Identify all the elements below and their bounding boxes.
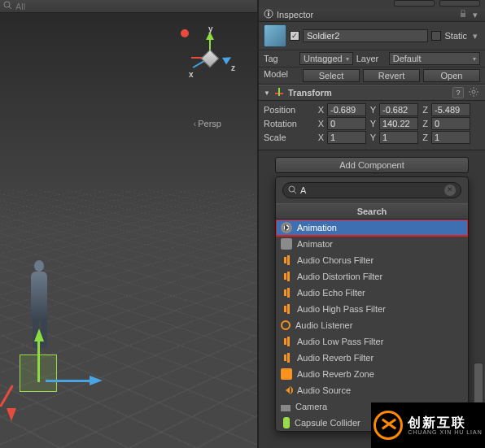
tag-dropdown[interactable]: Untagged▾ (299, 52, 353, 65)
component-result-label: Capsule Collider (295, 418, 360, 428)
component-result-label: Audio Reverb Filter (297, 353, 374, 363)
audio-icon (281, 336, 292, 347)
gizmo-y-label: y (208, 24, 213, 33)
panel-menu-icon[interactable]: ▾ (470, 10, 480, 20)
transform-title: Transform (288, 88, 449, 98)
watermark-logo-icon (374, 411, 403, 440)
layer-dropdown[interactable]: Default▾ (389, 52, 480, 65)
info-icon (264, 9, 273, 20)
svg-point-15 (289, 186, 295, 192)
popup-scrollbar[interactable] (474, 362, 483, 402)
component-result[interactable]: Audio Low Pass Filter (276, 333, 468, 350)
svg-point-0 (4, 2, 10, 7)
component-results-list[interactable]: AnimationAnimatorAudio Chorus FilterAudi… (276, 220, 468, 431)
component-result[interactable]: Animator (276, 236, 468, 252)
vec-label: Position (264, 105, 314, 115)
component-result-label: Animator (297, 239, 333, 249)
popup-header: Search (276, 203, 468, 220)
vec-z-field[interactable] (431, 117, 470, 130)
audio-icon (281, 254, 292, 266)
vec-y-field[interactable] (379, 103, 418, 116)
gizmo-cube-icon[interactable] (201, 50, 220, 68)
svg-line-16 (294, 191, 296, 194)
model-label: Model (264, 69, 299, 82)
svg-line-13 (470, 94, 471, 95)
svg-point-6 (472, 90, 475, 94)
component-result-label: Audio Source (297, 385, 351, 395)
move-z-handle[interactable] (90, 376, 107, 385)
static-label: Static (444, 31, 467, 41)
hierarchy-search-input[interactable] (15, 2, 254, 11)
component-result[interactable]: Audio High Pass Filter (276, 301, 468, 317)
vec-x-field[interactable] (327, 103, 366, 116)
inspector-tab[interactable]: Inspector ▾ (259, 8, 485, 22)
projection-label[interactable]: Persp (194, 119, 221, 128)
vec-y-field[interactable] (379, 117, 418, 130)
viewport[interactable]: y x z Persp (0, 13, 257, 448)
component-result[interactable]: Audio Source (276, 382, 468, 398)
component-result[interactable]: Audio Reverb Zone (276, 366, 468, 382)
vec-y-field[interactable] (379, 131, 418, 144)
watermark-en: CHUANG XIN HU LIAN (408, 429, 483, 435)
object-name-field[interactable] (303, 29, 428, 42)
transform-icon (273, 87, 285, 98)
scene-view[interactable]: y x z Persp (0, 0, 257, 448)
vec-label: Scale (264, 133, 314, 142)
model-revert-button[interactable]: Revert (363, 69, 420, 82)
editor-topbar (259, 0, 485, 8)
component-result-label: Audio High Pass Filter (297, 304, 386, 314)
vec-z-field[interactable] (431, 131, 470, 144)
lock-icon[interactable] (459, 10, 467, 20)
add-component-button[interactable]: Add Component (275, 157, 469, 173)
layers-dropdown[interactable] (394, 0, 435, 7)
audio-icon (281, 287, 292, 298)
component-result-label: Audio Chorus Filter (297, 255, 374, 265)
reverbz-icon (281, 368, 292, 380)
gizmo-z-label: z (231, 63, 235, 72)
component-search-input[interactable] (300, 185, 441, 195)
vec-x-field[interactable] (327, 131, 366, 144)
hierarchy-search-bar (0, 0, 257, 13)
component-result[interactable]: Audio Chorus Filter (276, 252, 468, 268)
component-result[interactable]: Audio Distortion Filter (276, 268, 468, 285)
svg-line-1 (9, 7, 11, 9)
vec-z-field[interactable] (431, 103, 470, 116)
tag-label: Tag (264, 54, 296, 63)
layer-label: Layer (356, 54, 386, 63)
src-icon (281, 385, 292, 396)
transform-header[interactable]: ▼ Transform ? (259, 85, 485, 101)
enabled-checkbox[interactable]: ✓ (290, 31, 299, 41)
svg-rect-3 (268, 13, 269, 16)
add-component-popup: ✕ Search AnimationAnimatorAudio Chorus F… (275, 176, 469, 432)
model-open-button[interactable]: Open (423, 69, 480, 82)
watermark-cn: 创新互联 (408, 416, 483, 429)
audio-icon (281, 352, 292, 363)
model-select-button[interactable]: Select (303, 69, 360, 82)
component-menu-icon[interactable] (467, 87, 480, 98)
component-result[interactable]: Audio Echo Filter (276, 285, 468, 301)
component-result-label: Animation (297, 223, 337, 233)
vec-x-field[interactable] (327, 117, 366, 130)
component-result-label: Camera (295, 402, 327, 411)
cam-icon (281, 405, 291, 411)
animator-icon (281, 238, 292, 250)
foldout-icon[interactable]: ▼ (264, 89, 270, 97)
help-icon[interactable]: ? (452, 87, 464, 98)
search-icon (288, 185, 297, 196)
component-result-label: Audio Echo Filter (297, 288, 365, 298)
gizmo-x-handle[interactable] (181, 29, 189, 37)
component-result[interactable]: Audio Reverb Filter (276, 350, 468, 366)
component-result[interactable]: Audio Listener (276, 317, 468, 333)
layout-dropdown[interactable] (439, 0, 480, 7)
svg-line-14 (476, 89, 477, 89)
move-y-handle[interactable] (34, 324, 44, 341)
static-checkbox[interactable] (431, 31, 441, 41)
component-result[interactable]: Animation (276, 220, 468, 236)
clear-search-icon[interactable]: ✕ (444, 185, 456, 196)
move-x-handle[interactable] (7, 408, 16, 426)
gameobject-icon[interactable] (264, 24, 286, 47)
orientation-gizmo[interactable]: y x z (181, 29, 238, 86)
static-dropdown-icon[interactable]: ▾ (470, 31, 480, 41)
audio-icon (281, 303, 292, 315)
inspector-title: Inspector (277, 10, 456, 20)
